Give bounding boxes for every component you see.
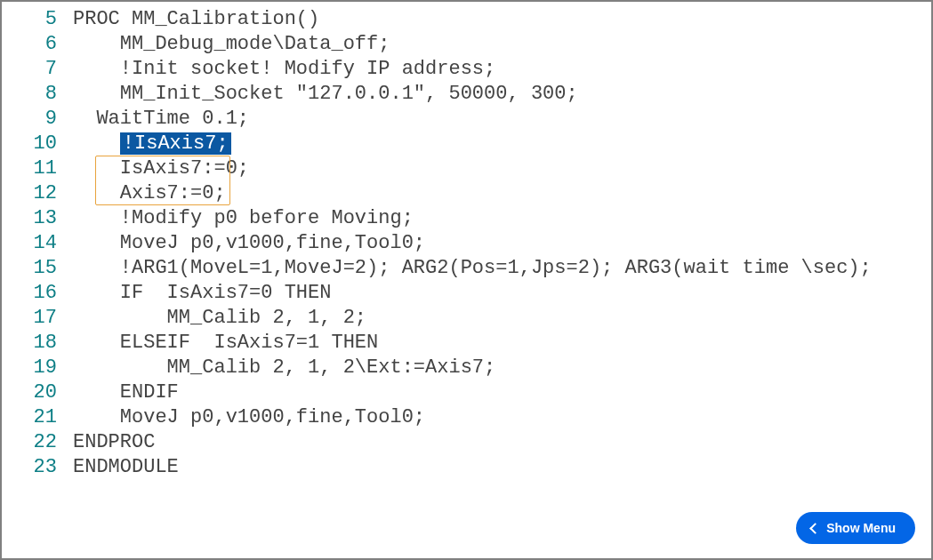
- line-number: 21: [11, 405, 73, 430]
- line-content: MoveJ p0,v1000,fine,Tool0;: [73, 231, 425, 256]
- line-number: 18: [11, 331, 73, 356]
- line-content: ENDMODULE: [73, 455, 179, 480]
- selected-text: !IsAxis7;: [120, 132, 231, 155]
- code-line[interactable]: 8 MM_Init_Socket "127.0.0.1", 50000, 300…: [11, 82, 922, 107]
- line-content: IF IsAxis7=0 THEN: [73, 281, 331, 306]
- line-content: Axis7:=0;: [73, 181, 226, 206]
- code-block: 5PROC MM_Calibration()6 MM_Debug_mode\Da…: [11, 7, 922, 480]
- line-number: 19: [11, 356, 73, 380]
- line-content: ENDIF: [73, 380, 179, 405]
- line-number: 7: [11, 57, 73, 82]
- line-number: 5: [11, 7, 73, 32]
- code-line[interactable]: 12 Axis7:=0;: [11, 181, 922, 206]
- line-content: MoveJ p0,v1000,fine,Tool0;: [73, 405, 425, 430]
- line-content: !ARG1(MoveL=1,MoveJ=2); ARG2(Pos=1,Jps=2…: [73, 256, 872, 281]
- chevron-left-icon: [809, 523, 821, 534]
- line-content: ELSEIF IsAxis7=1 THEN: [73, 331, 378, 356]
- line-content: MM_Calib 2, 1, 2\Ext:=Axis7;: [73, 356, 495, 380]
- line-content: MM_Debug_mode\Data_off;: [73, 32, 390, 57]
- line-content: ENDPROC: [73, 430, 155, 455]
- line-number: 23: [11, 455, 73, 480]
- show-menu-button[interactable]: Show Menu: [796, 512, 915, 544]
- code-line[interactable]: 17 MM_Calib 2, 1, 2;: [11, 306, 922, 331]
- code-line[interactable]: 7 !Init socket! Modify IP address;: [11, 57, 922, 82]
- line-number: 14: [11, 231, 73, 256]
- code-line[interactable]: 5PROC MM_Calibration(): [11, 7, 922, 32]
- line-number: 15: [11, 256, 73, 281]
- code-line[interactable]: 23ENDMODULE: [11, 455, 922, 480]
- line-content: IsAxis7:=0;: [73, 156, 249, 181]
- line-content: !Modify p0 before Moving;: [73, 206, 414, 231]
- line-number: 16: [11, 281, 73, 306]
- line-content: !IsAxis7;: [73, 132, 231, 156]
- show-menu-label: Show Menu: [826, 521, 896, 535]
- line-content: MM_Init_Socket "127.0.0.1", 50000, 300;: [73, 82, 578, 107]
- line-number: 12: [11, 181, 73, 206]
- code-line[interactable]: 6 MM_Debug_mode\Data_off;: [11, 32, 922, 57]
- code-line[interactable]: 18 ELSEIF IsAxis7=1 THEN: [11, 331, 922, 356]
- line-number: 8: [11, 82, 73, 107]
- code-line[interactable]: 9 WaitTime 0.1;: [11, 107, 922, 132]
- line-content: WaitTime 0.1;: [73, 107, 249, 132]
- line-content: MM_Calib 2, 1, 2;: [73, 306, 366, 331]
- line-content: PROC MM_Calibration(): [73, 7, 319, 32]
- code-line[interactable]: 13 !Modify p0 before Moving;: [11, 206, 922, 231]
- line-number: 20: [11, 380, 73, 405]
- code-line[interactable]: 16 IF IsAxis7=0 THEN: [11, 281, 922, 306]
- line-number: 17: [11, 306, 73, 331]
- line-number: 13: [11, 206, 73, 231]
- code-line[interactable]: 10 !IsAxis7;: [11, 132, 922, 156]
- line-number: 6: [11, 32, 73, 57]
- line-number: 10: [11, 132, 73, 156]
- code-line[interactable]: 15 !ARG1(MoveL=1,MoveJ=2); ARG2(Pos=1,Jp…: [11, 256, 922, 281]
- code-line[interactable]: 20 ENDIF: [11, 380, 922, 405]
- line-content: !Init socket! Modify IP address;: [73, 57, 495, 82]
- code-line[interactable]: 14 MoveJ p0,v1000,fine,Tool0;: [11, 231, 922, 256]
- code-line[interactable]: 11 IsAxis7:=0;: [11, 156, 922, 181]
- code-line[interactable]: 22ENDPROC: [11, 430, 922, 455]
- line-number: 9: [11, 107, 73, 132]
- code-line[interactable]: 19 MM_Calib 2, 1, 2\Ext:=Axis7;: [11, 356, 922, 380]
- line-number: 11: [11, 156, 73, 181]
- code-line[interactable]: 21 MoveJ p0,v1000,fine,Tool0;: [11, 405, 922, 430]
- line-number: 22: [11, 430, 73, 455]
